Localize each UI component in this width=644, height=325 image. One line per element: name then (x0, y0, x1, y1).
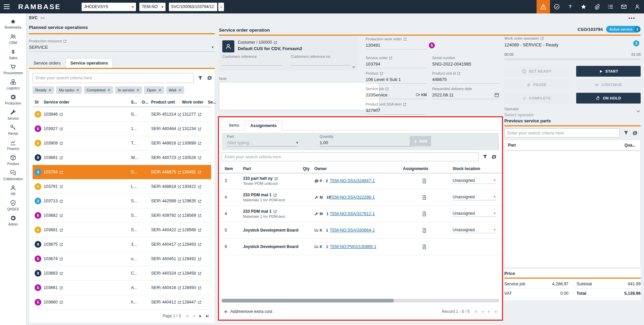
open-icon[interactable] (178, 243, 181, 246)
service-order-row[interactable]: 9 103663 C... SER\ 440324 128458 (33, 266, 211, 281)
open-icon[interactable] (59, 170, 63, 174)
service-order-row[interactable]: 5 103661 A... SER\ 440416 128450 (33, 281, 211, 295)
open-icon[interactable] (178, 257, 181, 261)
chevron-down-icon[interactable] (352, 64, 356, 69)
close-icon[interactable]: ✕ (76, 88, 79, 92)
edit-icon[interactable] (63, 39, 67, 43)
close-icon[interactable]: ✕ (178, 88, 181, 92)
open-icon[interactable] (380, 72, 383, 75)
open-icon[interactable] (198, 127, 201, 131)
attachment-icon[interactable] (590, 0, 604, 13)
first-page-icon[interactable]: |◀ (474, 310, 477, 313)
hamburger-menu-icon[interactable] (0, 0, 13, 13)
open-icon[interactable] (59, 243, 63, 246)
open-icon[interactable] (198, 156, 201, 160)
last-page-icon[interactable]: ▶| (495, 310, 497, 313)
sidebar-item-production[interactable]: Production (0, 92, 26, 107)
tab-service-orders[interactable]: Service orders (29, 58, 65, 68)
sidebar-item-hr[interactable]: HR (0, 182, 26, 198)
part-select[interactable]: Start typing... ▾ (227, 140, 298, 147)
customer-reference-input[interactable] (222, 58, 282, 66)
sidebar-item-finance[interactable]: Finance (0, 137, 26, 152)
open-icon[interactable] (274, 177, 278, 180)
open-icon[interactable] (178, 286, 181, 290)
back-button[interactable]: ‹ (218, 3, 224, 11)
service-order-row[interactable]: 0 103681 S... SER\ 440422 128568 (33, 223, 211, 237)
service-order-row[interactable]: 5 103927 1... SER\ 440464 131234 (33, 122, 211, 136)
assignment-row[interactable]: 4 233 PDM mat 1 Materiale 1 for PDM-test… (219, 206, 502, 222)
chip-wait[interactable]: Wait✕ (166, 86, 184, 94)
next-page-icon[interactable]: ▶ (199, 314, 201, 318)
service-order-row[interactable]: 0 103946 S... SER\ 451314 131277 (33, 107, 211, 122)
open-icon[interactable] (178, 127, 181, 131)
assignment-row[interactable]: 6 Joystick Development Board K1 TEM-NO:P… (219, 239, 502, 255)
open-icon[interactable] (59, 156, 63, 160)
owner-link[interactable]: TEM-NO:SSA/330864-1 (330, 228, 403, 233)
count-badge[interactable]: 3 (633, 40, 639, 46)
favorites-star-icon[interactable] (577, 0, 590, 13)
open-icon[interactable] (178, 300, 181, 304)
service-order-row[interactable]: 9 103691 W... SER\ 440723 130526 (33, 151, 211, 165)
customer-reference-no-input[interactable] (291, 58, 351, 66)
stock-location-select[interactable]: Unassigned▾ (453, 228, 496, 233)
set-ready-button[interactable]: SET READY (504, 66, 569, 77)
service-order-row[interactable]: 0 103909 T... SER\ 449916 130899 (33, 136, 211, 151)
last-page-icon[interactable]: ▶| (206, 314, 209, 318)
sidebar-item-product[interactable]: Product (0, 152, 26, 167)
chip-open[interactable]: Open✕ (144, 86, 164, 94)
open-icon[interactable] (59, 185, 63, 189)
open-icon[interactable] (198, 113, 201, 116)
breadcrumb-app[interactable]: SVC (29, 15, 38, 20)
open-icon[interactable] (178, 272, 181, 275)
open-icon[interactable] (403, 37, 407, 41)
first-page-icon[interactable]: |◀ (186, 314, 188, 318)
sidebar-item-sales[interactable]: Sales (0, 46, 26, 62)
add-button[interactable]: Add (410, 136, 431, 146)
gear-icon[interactable] (207, 75, 212, 81)
sidebar-item-qhses[interactable]: QHSES (0, 198, 26, 213)
sidebar-item-rental[interactable]: Rental (0, 122, 26, 137)
service-order-row[interactable]: 9 103675 3... SER\ 440417 128493 (33, 237, 211, 252)
open-icon[interactable] (178, 141, 181, 145)
start-button[interactable]: START (576, 66, 641, 77)
close-icon[interactable]: ✕ (136, 88, 139, 92)
next-page-icon[interactable]: ▶ (488, 310, 490, 313)
prev-page-icon[interactable]: ◀ (481, 310, 484, 313)
assignment-row[interactable]: 4 233 PDM mat 1 Materiale 1 for PDM-test… (219, 189, 502, 206)
owner-link[interactable]: TEM-NO:SSA/324947-1 (330, 178, 403, 183)
open-icon[interactable] (198, 141, 201, 145)
owner-link[interactable]: TEM-NO:SSA/327912-1 (330, 211, 403, 216)
search-input[interactable] (504, 128, 620, 137)
assignment-doc-icon[interactable] (422, 211, 427, 216)
open-icon[interactable] (178, 185, 181, 189)
sidebar-item-crm[interactable]: CRM (0, 31, 26, 46)
user-icon[interactable] (631, 0, 644, 13)
complete-button[interactable]: COMPLETE (504, 93, 569, 104)
support-check-icon[interactable] (550, 0, 563, 13)
service-order-row[interactable]: 5 103660 h... SER\ 440412 128447 (33, 295, 211, 310)
open-icon[interactable] (457, 72, 461, 75)
open-icon[interactable] (59, 127, 63, 131)
open-icon[interactable] (198, 199, 201, 203)
open-icon[interactable] (403, 103, 407, 106)
open-icon[interactable] (198, 300, 201, 304)
help-icon[interactable] (563, 0, 577, 13)
chevron-down-icon[interactable] (636, 108, 641, 114)
assignment-doc-icon[interactable] (422, 178, 427, 184)
owner-link[interactable]: TEM-NO:PWO/130869-1 (330, 244, 403, 249)
scrollbar-thumb[interactable] (222, 299, 394, 302)
production-resource-select[interactable]: SERVICE ▾ (29, 43, 215, 52)
calendar-icon[interactable] (494, 92, 499, 97)
service-order-row-selected[interactable]: 3 103794 S... SER\ 448675 130491 (33, 165, 211, 179)
add-remove-extra-cost-button[interactable]: Add/remove extra cost (224, 309, 272, 314)
open-icon[interactable] (59, 199, 63, 203)
sidebar-item-bookmarks[interactable]: Bookmarks (0, 16, 26, 31)
open-icon[interactable] (198, 257, 201, 261)
chip-completed[interactable]: Completed✕ (84, 86, 113, 94)
site-select[interactable]: TEM-NO ▾ (139, 3, 166, 11)
tab-service-operations[interactable]: Service operations (65, 58, 113, 68)
stock-location-select[interactable]: Unassigned▾ (453, 195, 496, 200)
filter-icon[interactable] (482, 154, 488, 159)
filter-icon[interactable] (198, 76, 203, 81)
open-icon[interactable] (274, 41, 277, 44)
